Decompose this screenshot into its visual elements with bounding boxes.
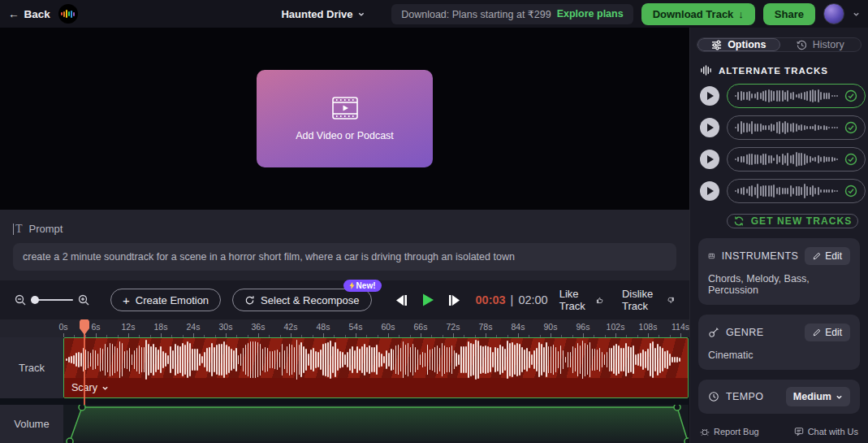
alternate-track-item <box>700 147 858 172</box>
add-video-podcast-card[interactable]: Add Video or Podcast <box>257 70 433 167</box>
sidebar: Options History ALTERNATE TRACKS <box>689 28 868 443</box>
lightning-icon <box>349 282 355 289</box>
transport-controls <box>395 293 461 307</box>
tempo-card: TEMPO Medium <box>698 380 860 414</box>
project-title-menu[interactable]: Haunted Drive <box>281 8 365 20</box>
share-label: Share <box>775 8 804 20</box>
report-bug-button[interactable]: Report Bug <box>700 427 759 436</box>
tempo-label: TEMPO <box>726 391 763 402</box>
alternate-tracks-list <box>697 84 862 211</box>
explore-plans-link[interactable]: Explore plans <box>557 8 624 20</box>
create-emotion-label: Create Emotion <box>136 294 209 306</box>
prompt-input[interactable]: create a 2 minute soundtrack for a scene… <box>13 243 676 271</box>
pencil-icon <box>813 252 821 260</box>
tempo-dropdown[interactable]: Medium <box>786 387 850 406</box>
film-icon <box>331 96 359 120</box>
check-circle-icon <box>844 89 857 102</box>
total-time: 02:00 <box>518 293 547 306</box>
edit-instruments-button[interactable]: Edit <box>805 247 850 265</box>
audio-clip[interactable]: Scary <box>63 337 689 398</box>
alternate-tracks-header: ALTERNATE TRACKS <box>700 65 858 76</box>
genre-value: Cinematic <box>708 350 850 361</box>
track-mini-waveform <box>735 152 840 167</box>
editor-main: Add Video or Podcast T Prompt create a 2… <box>0 28 689 443</box>
edit-genre-button[interactable]: Edit <box>805 324 850 341</box>
instruments-card: INSTRUMENTS Edit Chords, Melody, Bass, P… <box>698 238 860 305</box>
volume-envelope[interactable] <box>63 405 689 443</box>
prompt-label: Prompt <box>29 223 63 235</box>
topbar: ← Back Haunted Drive Download: Plans sta… <box>0 0 868 28</box>
play-track-button[interactable] <box>700 86 719 106</box>
create-emotion-button[interactable]: + Create Emotion <box>110 289 221 311</box>
dislike-track-button[interactable]: Dislike Track <box>622 288 675 312</box>
text-prompt-icon: T <box>13 224 23 235</box>
sidebar-footer: Report Bug Chat with Us <box>697 423 862 438</box>
tab-options[interactable]: Options <box>697 38 780 51</box>
download-track-button[interactable]: Download Track ↓ <box>641 3 755 25</box>
user-avatar[interactable] <box>823 3 844 24</box>
chevron-down-icon <box>836 393 843 401</box>
check-circle-icon <box>844 121 857 134</box>
row-divider <box>0 398 689 405</box>
video-canvas: Add Video or Podcast <box>0 28 689 210</box>
chat-icon <box>794 427 804 436</box>
track-pill[interactable] <box>727 179 866 203</box>
project-title: Haunted Drive <box>281 8 352 20</box>
plans-banner: Download: Plans starting at ₹299 Explore… <box>391 4 633 24</box>
clip-waveform <box>66 340 686 380</box>
brand-logo-icon[interactable] <box>58 4 78 24</box>
play-track-button[interactable] <box>700 181 719 201</box>
time-ruler[interactable]: 0s6s12s18s24s30s36s42s48s54s60s66s72s78s… <box>0 319 689 337</box>
guitar-icon <box>708 327 719 338</box>
track-pill[interactable] <box>727 147 866 172</box>
play-track-button[interactable] <box>700 150 719 169</box>
zoom-in-icon[interactable] <box>78 294 89 306</box>
arrow-left-icon: ← <box>8 8 19 20</box>
genre-card: GENRE Edit Cinematic <box>698 315 860 370</box>
track-pill[interactable] <box>727 115 866 140</box>
play-track-button[interactable] <box>700 118 719 137</box>
sidebar-tabs: Options History <box>697 37 862 52</box>
chevron-down-icon <box>101 384 109 392</box>
sliders-icon <box>711 40 722 50</box>
topbar-actions: Download: Plans starting at ₹299 Explore… <box>391 3 860 25</box>
thumb-down-icon <box>667 294 675 306</box>
skip-back-icon[interactable] <box>395 294 408 306</box>
alternate-track-item <box>700 115 858 140</box>
select-recompose-label: Select & Recompose <box>261 294 359 306</box>
tab-history-label: History <box>813 39 844 50</box>
get-new-tracks-button[interactable]: GET NEW TRACKS <box>727 214 858 228</box>
piano-icon <box>708 250 715 262</box>
emotion-selector[interactable]: Scary <box>71 382 109 393</box>
instruments-label: INSTRUMENTS <box>722 250 799 262</box>
track-mini-waveform <box>735 184 840 198</box>
new-feature-badge: New! <box>343 280 382 292</box>
tempo-value: Medium <box>793 391 831 402</box>
like-track-label: Like Track <box>559 288 591 312</box>
skip-forward-icon[interactable] <box>447 294 461 306</box>
volume-row-label: Volume <box>0 405 63 443</box>
tab-history[interactable]: History <box>780 38 862 51</box>
zoom-slider-handle[interactable] <box>31 296 39 304</box>
zoom-slider[interactable] <box>31 299 73 301</box>
download-track-label: Download Track <box>653 8 734 20</box>
select-recompose-button[interactable]: Select & Recompose <box>232 289 371 311</box>
timeline: 0s6s12s18s24s30s36s42s48s54s60s66s72s78s… <box>0 319 689 443</box>
track-pill[interactable] <box>727 84 866 108</box>
pencil-icon <box>813 328 821 337</box>
play-icon[interactable] <box>421 293 435 307</box>
recompose-icon <box>244 295 255 306</box>
alternate-track-item <box>700 84 858 108</box>
tab-options-label: Options <box>728 39 766 50</box>
like-track-button[interactable]: Like Track <box>559 288 604 312</box>
plans-text: Download: Plans starting at ₹299 <box>401 8 551 20</box>
share-button[interactable]: Share <box>763 3 815 25</box>
back-button[interactable]: ← Back <box>8 8 50 20</box>
chat-with-us-button[interactable]: Chat with Us <box>794 427 858 436</box>
check-circle-icon <box>844 185 857 198</box>
instruments-value: Chords, Melody, Bass, Percussion <box>708 273 850 296</box>
zoom-out-icon[interactable] <box>15 294 26 306</box>
account-chevron-down-icon[interactable] <box>853 11 860 18</box>
chevron-down-icon <box>358 11 365 18</box>
current-time: 00:03 <box>476 293 506 306</box>
